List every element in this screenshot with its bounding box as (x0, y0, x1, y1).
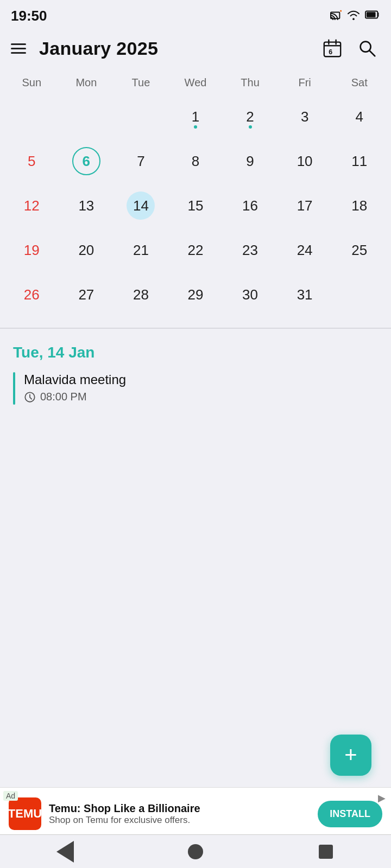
calendar-day[interactable]: 9 (223, 139, 278, 183)
calendar-day-number: 31 (291, 280, 319, 309)
calendar-day[interactable]: 26 (4, 272, 59, 317)
calendar-day[interactable]: 29 (168, 272, 223, 317)
hamburger-icon (11, 43, 26, 45)
svg-text:6: 6 (329, 48, 332, 56)
ad-title: Temu: Shop Like a Billionaire (49, 802, 310, 815)
calendar-day (332, 272, 387, 317)
events-section: Tue, 14 Jan Malavida meeting 08:00 PM (0, 329, 391, 546)
calendar-day[interactable]: 30 (223, 272, 278, 317)
event-time-row: 08:00 PM (24, 391, 126, 403)
hamburger-icon (11, 52, 26, 54)
calendar-day[interactable]: 10 (278, 139, 332, 183)
home-button[interactable] (182, 838, 209, 865)
ad-text-block: Temu: Shop Like a Billionaire Shop on Te… (49, 802, 310, 826)
day-header-sun: Sun (4, 73, 59, 92)
calendar-grid: 1234567891011121314151617181920212223242… (4, 94, 387, 317)
calendar-day (113, 94, 168, 139)
events-date: Tue, 14 Jan (13, 344, 378, 361)
calendar-day-number: 5 (17, 147, 46, 175)
calendar-day-number: 22 (181, 236, 210, 264)
add-event-button[interactable]: + (330, 735, 371, 776)
day-headers: Sun Mon Tue Wed Thu Fri Sat (4, 69, 387, 94)
ad-icon-text: TEMU (8, 807, 42, 821)
menu-button[interactable] (11, 43, 30, 54)
calendar-day-number: 20 (72, 236, 100, 264)
calendar-day[interactable]: 6 (59, 139, 114, 183)
ad-app-icon: TEMU (9, 797, 41, 830)
ad-banner: Ad TEMU Temu: Shop Like a Billionaire Sh… (0, 787, 391, 835)
calendar-day[interactable]: 8 (168, 139, 223, 183)
install-button[interactable]: INSTALL (318, 801, 382, 827)
calendar-day[interactable]: 28 (113, 272, 168, 317)
calendar-day[interactable]: 24 (278, 228, 332, 272)
calendar-day[interactable]: 27 (59, 272, 114, 317)
calendar-day[interactable]: 17 (278, 183, 332, 228)
calendar-day-number: 23 (236, 236, 264, 264)
home-icon (188, 844, 203, 859)
calendar-day[interactable]: 16 (223, 183, 278, 228)
calendar-day[interactable]: 2 (223, 94, 278, 139)
cast-icon (330, 9, 342, 23)
battery-icon (365, 10, 380, 22)
search-button[interactable] (354, 35, 380, 61)
calendar-day (59, 94, 114, 139)
wifi-icon (346, 9, 361, 23)
calendar-day-number: 28 (127, 280, 155, 309)
day-header-mon: Mon (59, 73, 114, 92)
calendar-day[interactable]: 14 (113, 183, 168, 228)
event-time: 08:00 PM (40, 391, 87, 403)
event-content: Malavida meeting 08:00 PM (24, 372, 126, 405)
calendar-day[interactable]: 20 (59, 228, 114, 272)
event-dot (194, 125, 197, 129)
calendar-day-number: 16 (236, 192, 264, 220)
calendar-day[interactable]: 5 (4, 139, 59, 183)
day-header-sat: Sat (332, 73, 387, 92)
calendar-day[interactable]: 19 (4, 228, 59, 272)
calendar-day[interactable]: 11 (332, 139, 387, 183)
calendar-day-number: 14 (127, 192, 155, 220)
calendar-day-number: 4 (345, 103, 374, 131)
calendar-day[interactable]: 3 (278, 94, 332, 139)
recents-icon (319, 845, 333, 859)
calendar-day[interactable]: 31 (278, 272, 332, 317)
calendar-day[interactable]: 21 (113, 228, 168, 272)
calendar-day-number: 19 (17, 236, 46, 264)
status-icons (330, 9, 380, 23)
day-header-thu: Thu (223, 73, 278, 92)
calendar-day[interactable]: 13 (59, 183, 114, 228)
hamburger-icon (11, 48, 26, 49)
calendar-today-button[interactable]: 6 (319, 35, 345, 61)
svg-rect-3 (367, 12, 376, 17)
calendar-day[interactable]: 23 (223, 228, 278, 272)
recents-button[interactable] (312, 838, 339, 865)
ad-close-icon[interactable]: ▶ (378, 792, 386, 804)
calendar-day[interactable]: 18 (332, 183, 387, 228)
page-title: January 2025 (39, 38, 311, 59)
calendar-day-number: 8 (181, 147, 210, 175)
calendar-day[interactable]: 1 (168, 94, 223, 139)
calendar-day-number: 18 (345, 192, 374, 220)
day-header-tue: Tue (113, 73, 168, 92)
event-bar (13, 372, 15, 405)
calendar-day[interactable]: 7 (113, 139, 168, 183)
calendar-day-number: 12 (17, 192, 46, 220)
calendar-day-number: 9 (236, 147, 264, 175)
calendar-day[interactable]: 12 (4, 183, 59, 228)
calendar-day-number: 15 (181, 192, 210, 220)
calendar-day-number: 11 (345, 147, 374, 175)
back-button[interactable] (52, 838, 79, 865)
calendar-day-number: 6 (72, 147, 100, 175)
day-header-fri: Fri (278, 73, 332, 92)
calendar-day[interactable]: 4 (332, 94, 387, 139)
calendar-day[interactable]: 25 (332, 228, 387, 272)
status-bar: 19:50 (0, 0, 391, 30)
event-dot (249, 125, 252, 129)
event-title: Malavida meeting (24, 372, 126, 387)
event-item[interactable]: Malavida meeting 08:00 PM (13, 372, 378, 405)
calendar-day-number: 27 (72, 280, 100, 309)
ad-label: Ad (3, 791, 18, 801)
calendar-day[interactable]: 15 (168, 183, 223, 228)
calendar-day-number: 7 (127, 147, 155, 175)
header: January 2025 6 (0, 30, 391, 69)
calendar-day[interactable]: 22 (168, 228, 223, 272)
